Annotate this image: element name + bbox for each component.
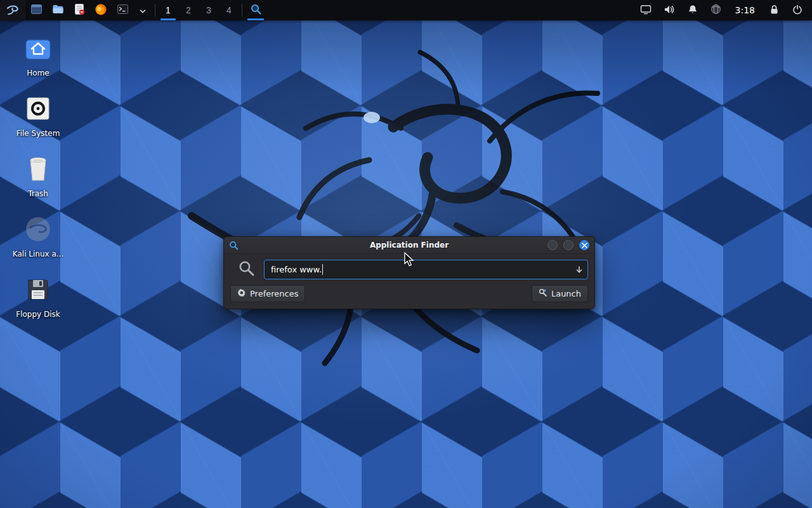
power-icon bbox=[792, 4, 802, 17]
panel-separator bbox=[155, 4, 155, 17]
desktop-icon-trash[interactable]: Trash bbox=[6, 154, 70, 198]
firefox-icon bbox=[95, 3, 107, 18]
file-manager-icon bbox=[30, 3, 43, 17]
dialog-body: firefox www. Preferences bbox=[224, 254, 594, 309]
terminal-dropdown-button[interactable] bbox=[133, 0, 152, 20]
folder-icon bbox=[52, 3, 64, 17]
bell-icon bbox=[688, 4, 698, 17]
panel-clock[interactable]: 3:18 bbox=[730, 5, 760, 15]
text-editor-launcher[interactable] bbox=[69, 0, 90, 20]
terminal-launcher[interactable] bbox=[112, 0, 133, 20]
volume-icon bbox=[664, 4, 675, 17]
lock-icon bbox=[769, 4, 779, 17]
filesystem-icon bbox=[25, 93, 51, 124]
text-caret bbox=[322, 264, 323, 275]
panel-right-group: 3:18 bbox=[636, 0, 812, 20]
desktop-icon-label: Floppy Disk bbox=[16, 310, 60, 319]
panel-left-group: 1 2 3 4 bbox=[0, 0, 266, 20]
preferences-button-label: Preferences bbox=[250, 289, 298, 298]
desktop-icon-label: Home bbox=[27, 69, 49, 77]
close-icon bbox=[582, 243, 587, 248]
kali-logo-icon bbox=[6, 3, 20, 18]
text-editor-icon bbox=[74, 3, 85, 17]
gear-icon bbox=[237, 288, 246, 299]
desktop-icon-column: Home File System Trash bbox=[6, 33, 70, 319]
launch-icon bbox=[539, 288, 547, 299]
network-tray-button[interactable] bbox=[707, 0, 726, 20]
desktop-icon-label: Trash bbox=[28, 189, 48, 198]
kali-docs-icon bbox=[24, 214, 52, 244]
workspace-1-button[interactable]: 1 bbox=[158, 0, 178, 20]
button-row: Preferences Launch bbox=[230, 285, 588, 302]
workspace-4-button[interactable]: 4 bbox=[219, 0, 239, 20]
top-panel: 1 2 3 4 bbox=[0, 0, 812, 20]
preferences-button[interactable]: Preferences bbox=[230, 285, 305, 302]
search-input[interactable]: firefox www. bbox=[264, 260, 588, 279]
folder-launcher[interactable] bbox=[47, 0, 69, 20]
window-controls bbox=[547, 240, 589, 250]
kali-dragon-art bbox=[159, 32, 653, 400]
firefox-launcher[interactable] bbox=[90, 0, 112, 20]
desktop-icon-floppy-disk[interactable]: Floppy Disk bbox=[6, 274, 70, 319]
desktop-icon-kali-docs[interactable]: Kali Linux a... bbox=[6, 214, 70, 258]
window-title: Application Finder bbox=[224, 241, 594, 250]
floppy-disk-icon bbox=[25, 274, 51, 305]
tasklist-application-finder[interactable] bbox=[245, 0, 266, 20]
desktop-icon-file-system[interactable]: File System bbox=[6, 93, 70, 138]
display-settings-tray-button[interactable] bbox=[636, 0, 655, 20]
desktop-icon-label: File System bbox=[16, 129, 60, 138]
search-input-value: firefox www. bbox=[271, 265, 322, 274]
applications-menu-button[interactable] bbox=[0, 0, 25, 20]
notifications-tray-button[interactable] bbox=[683, 0, 702, 20]
history-dropdown-icon[interactable] bbox=[575, 260, 584, 279]
window-search-icon bbox=[229, 241, 239, 250]
logout-tray-button[interactable] bbox=[788, 0, 807, 20]
launch-button-label: Launch bbox=[551, 289, 581, 298]
file-manager-launcher[interactable] bbox=[25, 0, 47, 20]
chevron-down-icon bbox=[140, 6, 146, 15]
workspace-2-button[interactable]: 2 bbox=[178, 0, 199, 20]
maximize-button[interactable] bbox=[563, 240, 573, 250]
close-button[interactable] bbox=[579, 240, 589, 250]
trash-icon bbox=[25, 154, 51, 184]
terminal-icon bbox=[117, 3, 129, 17]
titlebar[interactable]: Application Finder bbox=[224, 237, 594, 254]
screen-lock-tray-button[interactable] bbox=[764, 0, 783, 20]
desktop-icon-home[interactable]: Home bbox=[6, 33, 70, 77]
launch-button[interactable]: Launch bbox=[532, 285, 588, 302]
home-icon bbox=[23, 33, 53, 64]
volume-tray-button[interactable] bbox=[660, 0, 679, 20]
network-icon bbox=[710, 4, 721, 17]
application-finder-task-icon bbox=[250, 3, 262, 17]
panel-separator bbox=[242, 4, 242, 17]
desktop-icon-label: Kali Linux a... bbox=[13, 250, 63, 258]
search-icon bbox=[238, 260, 255, 279]
workspace-3-button[interactable]: 3 bbox=[199, 0, 219, 20]
search-row: firefox www. bbox=[230, 260, 588, 279]
minimize-button[interactable] bbox=[547, 240, 558, 250]
display-icon bbox=[640, 4, 652, 17]
application-finder-window: Application Finder firefox www. bbox=[223, 236, 595, 309]
